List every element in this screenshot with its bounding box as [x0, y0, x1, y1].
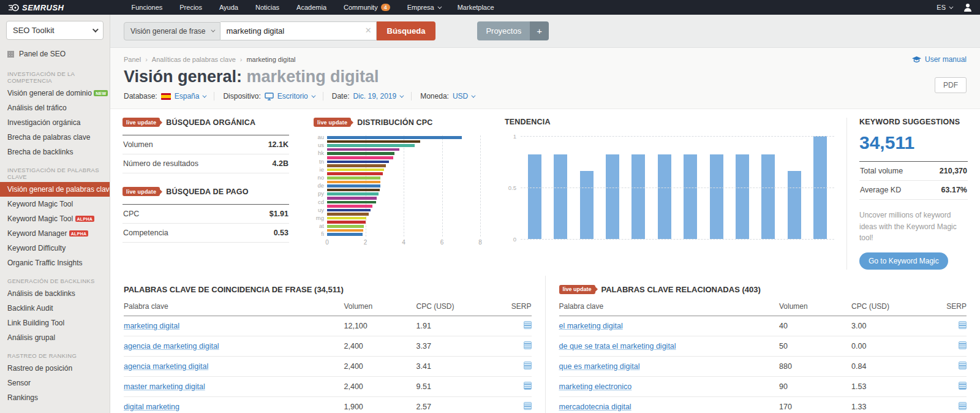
toolkit-select[interactable]: SEO Toolkit [6, 21, 104, 40]
serp-icon[interactable] [959, 402, 967, 410]
related-keywords-title: PALABRAS CLAVE RELACIONADAS (403) [601, 285, 761, 294]
nav-item-funciones[interactable]: Funciones [132, 4, 163, 11]
user-manual-link[interactable]: User manual [912, 55, 967, 64]
serp-icon[interactable] [959, 341, 967, 349]
column-header-serp: SERP [503, 302, 532, 311]
sidebar-item-brecha-de-palabras-clave[interactable]: Brecha de palabras clave [0, 130, 110, 145]
nav-item-noticias[interactable]: Noticias [255, 4, 279, 11]
sidebar-item-rastreo-de-posici-n[interactable]: Rastreo de posición [0, 361, 110, 376]
cpc-bar [327, 184, 380, 188]
keyword-link[interactable]: el marketing digital [559, 322, 623, 330]
trend-chart: 10.50 [505, 136, 834, 239]
x-axis-tick: 8 [478, 239, 482, 246]
keyword-suggestions-text: Uncover millions of keyword ideas with t… [859, 210, 968, 244]
cpc-bar [327, 192, 379, 195]
device-filter[interactable]: Dispositivo: Escritorio [214, 92, 322, 100]
keyword-link[interactable]: agencia marketing digital [124, 362, 208, 371]
sidebar-item-sensor[interactable]: Sensor [0, 376, 110, 390]
breadcrumb: Panel › Analíticas de palabras clave › m… [124, 56, 967, 63]
trend-bar [554, 154, 567, 239]
projects-button[interactable]: Proyectos [477, 21, 530, 40]
sidebar-item-link-building-tool[interactable]: Link Building Tool [0, 316, 110, 330]
breadcrumb-analytics[interactable]: Analíticas de palabras clave [152, 56, 236, 63]
column-header-volumen: Volumen [344, 302, 417, 311]
keyword-cell: de que se trata el marketing digital [559, 342, 780, 350]
sidebar-item-an-lisis-grupal[interactable]: Análisis grupal [0, 330, 110, 345]
nav-item-empresa[interactable]: Empresa [407, 4, 440, 11]
table-row: marketing digital12,1001.91 [124, 316, 532, 336]
serp-icon[interactable] [959, 362, 967, 369]
sidebar-item-keyword-difficulty[interactable]: Keyword Difficulty [0, 241, 110, 256]
cpc-bar-row [327, 232, 480, 237]
nav-item-marketplace[interactable]: Marketplace [458, 4, 494, 11]
pdf-button[interactable]: PDF [935, 77, 967, 93]
sidebar-item-visi-n-general-de-palabras-clave[interactable]: Visión general de palabras clave [0, 182, 110, 197]
nav-item-precios[interactable]: Precios [179, 4, 202, 11]
breadcrumb-panel[interactable]: Panel [124, 56, 141, 63]
nav-items: FuncionesPreciosAyudaNoticiasAcademiaCom… [132, 4, 494, 11]
keyword-link[interactable]: digital marketing [124, 403, 179, 411]
chevron-down-icon [311, 93, 315, 97]
keyword-cell: master marketing digital [124, 382, 344, 391]
serp-icon[interactable] [524, 341, 532, 349]
currency-filter[interactable]: Moneda: USD [411, 92, 483, 100]
sidebar-item-investigaci-n-org-nica[interactable]: Investigación orgánica [0, 115, 110, 130]
clear-icon[interactable]: ✕ [365, 26, 372, 35]
sidebar-item-label: Backlink Audit [7, 304, 53, 313]
add-project-button[interactable]: + [530, 21, 549, 40]
sidebar-item-organic-traffic-insights[interactable]: Organic Traffic Insights [0, 256, 110, 270]
chevron-down-icon [211, 28, 215, 32]
search-scope-select[interactable]: Visión general de frase [124, 22, 221, 40]
y-axis-tick: 1 [513, 133, 516, 140]
database-filter[interactable]: Database: España [124, 92, 214, 100]
cpc-bar [327, 152, 394, 155]
keyword-link[interactable]: marketing electronico [559, 382, 632, 391]
serp-icon[interactable] [524, 362, 532, 369]
keyword-link[interactable]: marketing digital [124, 322, 179, 330]
sidebar-item-brecha-de-backlinks[interactable]: Brecha de backlinks [0, 145, 110, 159]
serp-icon[interactable] [959, 382, 967, 390]
keyword-link[interactable]: de que se trata el marketing digital [559, 342, 676, 350]
cpc-country-label: cd [314, 200, 327, 205]
sidebar-item-backlink-audit[interactable]: Backlink Audit [0, 301, 110, 316]
search-input[interactable] [221, 21, 377, 40]
cpc-bar [327, 229, 363, 232]
nav-item-academia[interactable]: Academia [296, 4, 326, 11]
date-filter-label: Date: [332, 92, 350, 100]
keyword-link[interactable]: que es marketing digital [559, 362, 640, 371]
sidebar-item-keyword-manager[interactable]: Keyword Manager ALPHA [0, 226, 110, 241]
serp-icon[interactable] [524, 321, 532, 329]
go-to-keyword-magic-button[interactable]: Go to Keyword Magic [859, 252, 948, 270]
keyword-link[interactable]: agencia de marketing digital [124, 342, 219, 350]
user-icon[interactable] [964, 4, 971, 11]
sidebar-item-keyword-magic-tool[interactable]: Keyword Magic Tool [0, 197, 110, 211]
nav-item-community[interactable]: Community4 [344, 4, 390, 11]
nav-item-ayuda[interactable]: Ayuda [219, 4, 238, 11]
sidebar-item-an-lisis-del-tr-fico[interactable]: Análisis del tráfico [0, 100, 110, 115]
volume-cell: 50 [779, 342, 851, 350]
volume-cell: 12,100 [344, 322, 417, 330]
spain-flag-icon [161, 93, 171, 100]
keyword-link[interactable]: master marketing digital [124, 382, 205, 391]
sidebar-item-panel-de-seo[interactable]: Panel de SEO [0, 42, 110, 63]
serp-icon[interactable] [959, 321, 967, 329]
cpc-bar [327, 176, 380, 180]
cpc-bar [327, 156, 393, 159]
language-selector[interactable]: ES [937, 4, 952, 11]
cpc-cell: 1.91 [417, 322, 503, 330]
cpc-bar-row [327, 212, 480, 216]
graduation-cap-icon [912, 56, 921, 63]
database-filter-label: Database: [124, 92, 157, 100]
breadcrumb-current: marketing digital [246, 56, 295, 63]
date-filter[interactable]: Date: Dic. 19, 2019 [323, 92, 411, 100]
sidebar-item-an-lisis-de-backlinks[interactable]: Análisis de backlinks [0, 286, 110, 301]
serp-icon[interactable] [524, 402, 532, 410]
keyword-link[interactable]: mercadotecnia digital [559, 403, 631, 411]
sidebar-item-visi-n-general-de-dominio[interactable]: Visión general de dominio NEW [0, 86, 110, 100]
search-button[interactable]: Búsqueda [377, 21, 436, 40]
sidebar-item-keyword-magic-tool[interactable]: Keyword Magic Tool ALPHA [0, 211, 110, 226]
semrush-logo[interactable]: SEMRUSH [9, 3, 64, 12]
metric-row: Número de resultados4.2B [123, 154, 289, 173]
serp-icon[interactable] [524, 382, 532, 390]
sidebar-item-rankings[interactable]: Rankings [0, 390, 110, 405]
